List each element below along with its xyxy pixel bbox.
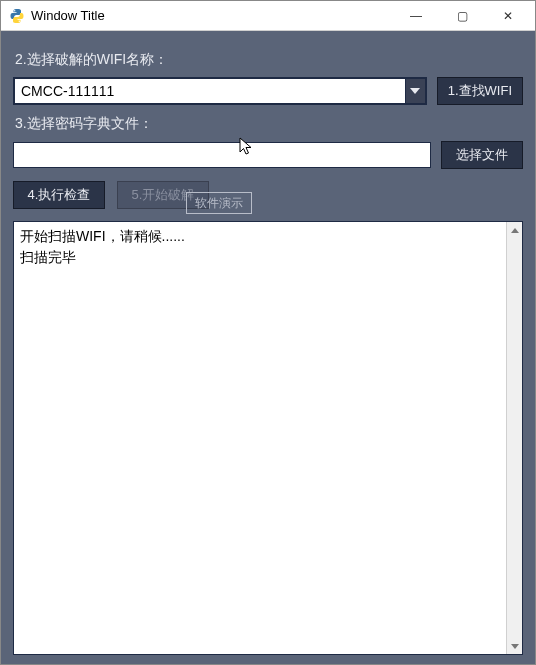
svg-point-1 — [19, 20, 20, 21]
python-icon — [9, 8, 25, 24]
wifi-name-label: 2.选择破解的WIFI名称： — [15, 51, 523, 69]
chevron-down-icon — [410, 88, 420, 94]
app-window: Window Title — ▢ ✕ 2.选择破解的WIFI名称： 1.查找WI… — [0, 0, 536, 665]
chevron-up-icon — [511, 228, 519, 233]
scroll-down-button[interactable] — [507, 638, 522, 654]
wifi-name-combobox[interactable] — [13, 77, 427, 105]
svg-point-0 — [14, 10, 15, 11]
find-wifi-button[interactable]: 1.查找WIFI — [437, 77, 523, 105]
wifi-name-dropdown-button[interactable] — [405, 79, 425, 103]
log-panel — [13, 221, 523, 655]
close-button[interactable]: ✕ — [485, 1, 531, 31]
wifi-name-input[interactable] — [15, 79, 403, 103]
log-scrollbar[interactable] — [506, 222, 522, 654]
maximize-button[interactable]: ▢ — [439, 1, 485, 31]
dict-file-input[interactable] — [13, 142, 431, 168]
log-textarea[interactable] — [14, 222, 506, 654]
start-crack-button: 5.开始破解 — [117, 181, 209, 209]
choose-file-button[interactable]: 选择文件 — [441, 141, 523, 169]
window-title: Window Title — [31, 8, 105, 23]
client-area: 2.选择破解的WIFI名称： 1.查找WIFI 3.选择密码字典文件： 选择文件… — [1, 31, 535, 665]
title-bar: Window Title — ▢ ✕ — [1, 1, 535, 31]
scroll-up-button[interactable] — [507, 222, 522, 238]
minimize-button[interactable]: — — [393, 1, 439, 31]
chevron-down-icon — [511, 644, 519, 649]
dict-file-label: 3.选择密码字典文件： — [15, 115, 523, 133]
run-check-button[interactable]: 4.执行检查 — [13, 181, 105, 209]
